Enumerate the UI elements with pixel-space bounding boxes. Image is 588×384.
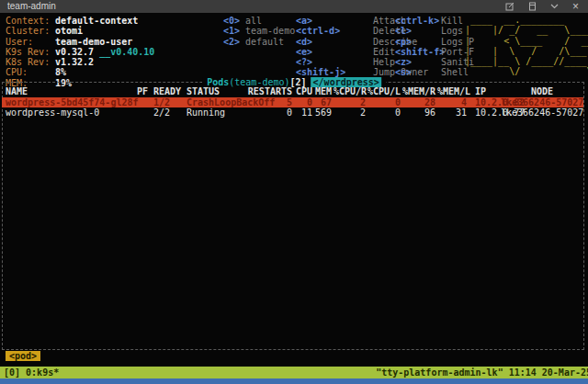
pod-cpu-l: 0 bbox=[368, 97, 401, 107]
pod-status: Running bbox=[187, 107, 225, 118]
hotkey-key: <ctrl-k> bbox=[395, 16, 441, 26]
hotkey-key: <z> bbox=[395, 57, 441, 67]
resource-count: [2] bbox=[290, 77, 307, 87]
close-icon[interactable]: × bbox=[572, 0, 579, 13]
pod-cpu-l: 0 bbox=[368, 107, 401, 118]
bottom-edge-strip bbox=[0, 378, 588, 384]
col-header-restarts[interactable]: RESTARTS bbox=[225, 86, 292, 96]
new-window-icon[interactable] bbox=[505, 2, 514, 11]
user-label: User: bbox=[6, 37, 55, 47]
col-header-cpu-l[interactable]: %CPU/L bbox=[368, 86, 401, 96]
pod-mem: 67 bbox=[314, 97, 332, 107]
terminal: Context:default-context Cluster:otomi Us… bbox=[0, 13, 588, 367]
hotkey-key: <1> bbox=[223, 26, 245, 36]
split-pane-icon[interactable] bbox=[528, 2, 537, 11]
pod-cpu: 11 bbox=[296, 107, 312, 118]
col-header-ip[interactable]: IP bbox=[475, 86, 486, 96]
col-header-mem-r[interactable]: %MEM/R bbox=[402, 86, 435, 96]
pod-restarts: 5 bbox=[225, 97, 292, 107]
window-title: team-admin bbox=[7, 0, 56, 13]
table-header-row: NAME_ PF READY STATUS RESTARTS CPU MEM %… bbox=[2, 86, 583, 96]
hotkey-label: Kill bbox=[441, 16, 463, 26]
k9s-logo-line: | |/ _/ __ \______ bbox=[465, 25, 588, 35]
col-header-mem-l[interactable]: %MEM/L bbox=[437, 86, 467, 96]
k9s-rev-label: K9s Rev: bbox=[6, 47, 55, 57]
pod-cpu-r: 2 bbox=[334, 97, 366, 107]
pod-restarts: 0 bbox=[225, 107, 292, 118]
col-header-name[interactable]: NAME_ bbox=[6, 86, 33, 96]
pod-mem-l: 4 bbox=[437, 97, 467, 107]
pod-node: lke366246-570275 bbox=[501, 97, 583, 107]
hotkey-key: <2> bbox=[223, 37, 245, 47]
k8s-rev-value: v1.32.2 bbox=[55, 57, 94, 67]
k9s-logo-line: \/ \/ bbox=[465, 66, 588, 76]
col-header-mem[interactable]: MEM bbox=[314, 86, 332, 96]
pod-node: lke366246-570275 bbox=[501, 107, 583, 118]
k9s-rev-value: v0.32.7 bbox=[55, 47, 99, 57]
pod-mem-l: 31 bbox=[437, 107, 467, 118]
hotkey-label: default bbox=[245, 37, 284, 47]
hotkey-key: <l> bbox=[395, 26, 441, 36]
k9s-logo-line: | | \ / /\___ \ bbox=[465, 46, 588, 56]
cluster-label: Cluster: bbox=[6, 26, 55, 36]
pod-mem-r: 28 bbox=[402, 97, 435, 107]
hotkey-key: <s> bbox=[395, 67, 441, 77]
cpu-value: 8% bbox=[55, 67, 66, 77]
k9s-rev-upgrade: __v0.40.10 bbox=[99, 47, 154, 57]
k8s-rev-label: K8s Rev: bbox=[6, 57, 55, 67]
window-titlebar: team-admin × bbox=[0, 0, 588, 13]
pod-name: wordpress-mysql-0 bbox=[6, 107, 99, 118]
filter-badge: </wordpress> bbox=[311, 77, 381, 87]
k9s-logo-line: | < \____ / ___/ bbox=[465, 36, 588, 46]
pod-pf: _ bbox=[137, 107, 142, 118]
breadcrumb: <pod> bbox=[6, 351, 40, 361]
hotkey-key: <ctrl-d> bbox=[296, 26, 373, 36]
hotkey-label: team-demo bbox=[245, 26, 295, 36]
tmux-status-bar: [0] 0:k9s* "tty-platform-admin-lk" 11:14… bbox=[0, 367, 588, 378]
col-header-cpu-r[interactable]: %CPU/R bbox=[334, 86, 366, 96]
col-header-pf[interactable]: PF bbox=[137, 86, 148, 96]
col-header-node[interactable]: NODE bbox=[531, 86, 553, 96]
hotkey-key: <e> bbox=[296, 47, 373, 57]
resource-name: Pods bbox=[207, 77, 229, 87]
hotkey-key: <a> bbox=[296, 16, 373, 26]
cluster-info: Context:default-context Cluster:otomi Us… bbox=[6, 16, 154, 88]
pod-ready: 1/2 bbox=[153, 97, 170, 107]
col-header-ready[interactable]: READY bbox=[153, 86, 181, 96]
table-row-wordpress[interactable]: wordpress-5bd45f74-gl28f 1/2 CrashLoopBa… bbox=[2, 97, 583, 107]
chevron-down-icon[interactable] bbox=[550, 4, 559, 9]
hotkey-key: <d> bbox=[296, 37, 373, 47]
window-controls: × bbox=[505, 0, 579, 13]
hotkey-label: Edit bbox=[373, 47, 395, 57]
hotkey-label: Help bbox=[373, 57, 395, 67]
hotkey-key: <shift-f> bbox=[395, 47, 441, 57]
cpu-label: CPU: bbox=[6, 67, 55, 77]
hotkey-key: <0> bbox=[223, 16, 245, 26]
hotkey-label: all bbox=[245, 16, 262, 26]
k9s-ascii-logo: ____ __.________ | |/ _/ __ \______ | < … bbox=[465, 15, 588, 77]
tmux-host-clock: "tty-platform-admin-lk" 11:14 20-Mar-25 bbox=[376, 367, 588, 378]
pod-mem: 569 bbox=[314, 107, 332, 118]
namespace-name: (team-demo) bbox=[229, 77, 289, 87]
pods-view-border bbox=[2, 82, 584, 350]
breadcrumb-pod[interactable]: <pod> bbox=[6, 351, 40, 361]
pod-cpu: 0 bbox=[296, 97, 312, 107]
col-header-status[interactable]: STATUS bbox=[187, 86, 220, 96]
pod-mem-r: 96 bbox=[402, 107, 435, 118]
pod-name: wordpress-5bd45f74-gl28f bbox=[6, 97, 139, 107]
table-row-wordpress-mysql[interactable]: wordpress-mysql-0 _ 2/2 Running 0 11 569… bbox=[2, 107, 583, 118]
namespace-hotkeys: <0>all <1>team-demo <2>default bbox=[223, 16, 295, 47]
pod-ready: 2/2 bbox=[153, 107, 170, 118]
action-hotkeys-2: <ctrl-k>Kill <l>Logs <p>Logs P <shift-f>… bbox=[395, 16, 474, 78]
pod-cpu-r: 2 bbox=[334, 107, 366, 118]
user-value: team-demo-user bbox=[55, 37, 132, 47]
tmux-session-window[interactable]: [0] 0:k9s* bbox=[4, 367, 59, 378]
context-value: default-context bbox=[55, 16, 138, 26]
k9s-logo-line: |____|__ \ /____//____ > bbox=[465, 56, 588, 66]
col-header-cpu[interactable]: CPU bbox=[296, 86, 312, 96]
hotkey-label: Logs bbox=[441, 26, 463, 36]
cluster-value: otomi bbox=[55, 26, 83, 36]
k9s-logo-line: ____ __.________ bbox=[465, 15, 588, 25]
hotkey-key: <?> bbox=[296, 57, 373, 67]
hotkey-key: <p> bbox=[395, 37, 441, 47]
